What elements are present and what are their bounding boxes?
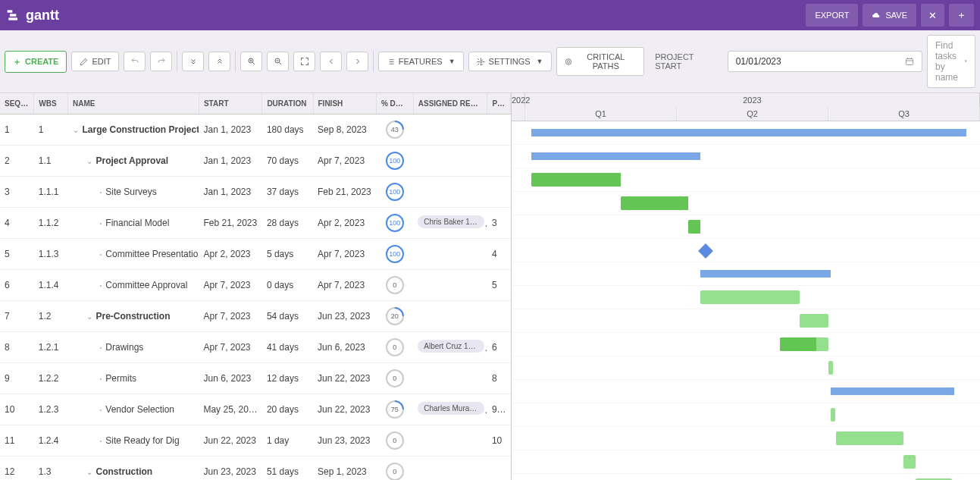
progress-badge: 43 — [386, 121, 404, 139]
cell-name[interactable]: ⌄Construction — [68, 456, 199, 481]
gantt-bar[interactable] — [836, 431, 903, 445]
undo-button[interactable] — [124, 52, 146, 71]
gantt-bar[interactable] — [828, 361, 833, 375]
features-dropdown[interactable]: FEATURES▼ — [378, 52, 464, 71]
gantt-bar[interactable] — [780, 337, 828, 351]
gantt-row — [512, 286, 980, 309]
cell-assigned — [413, 363, 487, 394]
gantt-bar[interactable] — [531, 152, 700, 160]
bullet-icon: • — [100, 375, 102, 382]
cell-finish: Jun 6, 2023 — [313, 332, 376, 363]
gantt-bar[interactable] — [621, 196, 688, 210]
critical-paths-button[interactable]: CRITICAL PATHS — [556, 47, 645, 76]
next-button[interactable] — [346, 52, 368, 71]
cell-name[interactable]: •Site Surveys — [68, 177, 199, 208]
cell-name[interactable]: •Committee Presentation — [68, 239, 199, 270]
table-row[interactable]: 31.1.1•Site SurveysJan 1, 202337 daysFeb… — [0, 177, 511, 208]
gantt-timeline[interactable]: 2022 2023 Q1 Q2 Q3 — [512, 93, 980, 480]
export-button[interactable]: EXPORT — [806, 4, 858, 27]
chevron-down-icon[interactable]: ⌄ — [86, 468, 92, 476]
add-button[interactable]: ＋ — [949, 4, 974, 27]
expand-all-button[interactable] — [182, 52, 204, 71]
table-row[interactable]: 91.2.2•PermitsJun 6, 202312 daysJun 22, … — [0, 363, 511, 394]
collapse-all-button[interactable] — [208, 52, 230, 71]
chevron-left-icon — [327, 57, 336, 66]
settings-label: SETTINGS — [489, 57, 531, 66]
gantt-bar[interactable] — [831, 387, 954, 395]
zoom-in-button[interactable] — [240, 52, 262, 71]
col-header-name[interactable]: NAME — [68, 93, 199, 115]
cell-name[interactable]: ⌄Pre-Construction — [68, 301, 199, 332]
project-start-input[interactable]: 01/01/2023 — [728, 51, 922, 72]
prev-button[interactable] — [320, 52, 342, 71]
cell-done: 20 — [376, 301, 413, 332]
task-table: SEQU... WBS NAME START DURATION FINISH %… — [0, 93, 511, 480]
table-row[interactable]: 11⌄Large Construction ProjectJan 1, 2023… — [0, 115, 511, 146]
cell-name[interactable]: •Committee Approval — [68, 270, 199, 301]
col-header-start[interactable]: START — [199, 93, 261, 115]
table-row[interactable]: 121.3⌄ConstructionJun 23, 202351 daysSep… — [0, 456, 511, 481]
col-header-finish[interactable]: FINISH — [313, 93, 376, 115]
col-header-done[interactable]: % DONE — [376, 93, 413, 115]
table-row[interactable]: 21.1⌄Project ApprovalJan 1, 202370 daysA… — [0, 146, 511, 177]
cell-done: 0 — [376, 425, 413, 456]
gantt-bar[interactable] — [800, 314, 828, 328]
col-header-duration[interactable]: DURATION — [262, 93, 313, 115]
task-name: Financial Model — [105, 218, 169, 228]
col-header-assigned[interactable]: ASSIGNED RESOUR... — [413, 93, 487, 115]
redo-button[interactable] — [150, 52, 172, 71]
col-header-pred[interactable]: PRE... — [487, 93, 511, 115]
cell-done: 0 — [376, 270, 413, 301]
cell-name[interactable]: •Site Ready for Dig — [68, 425, 199, 456]
create-button[interactable]: ＋CREATE — [5, 51, 67, 73]
task-name: Permits — [105, 373, 136, 384]
table-row[interactable]: 111.2.4•Site Ready for DigJun 22, 20231 … — [0, 425, 511, 456]
task-name: Committee Presentation — [105, 249, 199, 259]
gantt-bar[interactable] — [531, 173, 621, 187]
table-row[interactable]: 101.2.3•Vendor SelectionMay 25, 202320 d… — [0, 394, 511, 425]
chevron-down-icon[interactable]: ⌄ — [86, 157, 92, 165]
gantt-bar[interactable] — [831, 408, 835, 422]
cell-name[interactable]: •Permits — [68, 363, 199, 394]
cell-name[interactable]: ⌄Project Approval — [68, 146, 199, 177]
table-row[interactable]: 61.1.4•Committee ApprovalApr 7, 20230 da… — [0, 270, 511, 301]
cell-seq: 9 — [0, 363, 34, 394]
gantt-bar[interactable] — [700, 270, 831, 278]
cell-start: Jan 1, 2023 — [199, 146, 261, 177]
gantt-row — [512, 239, 980, 262]
cell-done: 100 — [376, 177, 413, 208]
cell-name[interactable]: •Financial Model — [68, 208, 199, 239]
app-logo: gantt — [6, 8, 59, 24]
col-header-seq[interactable]: SEQU... — [0, 93, 34, 115]
gantt-bar[interactable] — [688, 220, 700, 234]
cell-finish: Sep 1, 2023 — [313, 456, 376, 481]
progress-fill — [531, 173, 621, 187]
milestone-diamond[interactable] — [698, 243, 713, 259]
gantt-bar[interactable] — [700, 290, 800, 304]
cell-name[interactable]: ⌄Large Construction Project — [68, 115, 199, 146]
cell-done: 0 — [376, 363, 413, 394]
col-header-wbs[interactable]: WBS — [34, 93, 68, 115]
chevron-down-icon[interactable]: ⌄ — [86, 312, 92, 321]
search-input[interactable]: Find tasks by name — [927, 35, 975, 88]
cell-name[interactable]: •Drawings — [68, 332, 199, 363]
svg-point-7 — [567, 60, 569, 62]
zoom-fit-button[interactable] — [293, 52, 315, 71]
cell-duration: 54 days — [262, 301, 313, 332]
cell-wbs: 1.2.1 — [34, 332, 68, 363]
zoom-out-button[interactable] — [267, 52, 289, 71]
gantt-bar[interactable] — [903, 455, 916, 469]
table-row[interactable]: 71.2⌄Pre-ConstructionApr 7, 202354 daysJ… — [0, 301, 511, 332]
table-row[interactable]: 51.1.3•Committee PresentationApr 2, 2023… — [0, 239, 511, 270]
gantt-bar[interactable] — [531, 129, 966, 136]
close-button[interactable]: ✕ — [921, 4, 944, 27]
cell-assigned — [413, 177, 487, 208]
cell-name[interactable]: •Vendor Selection — [68, 394, 199, 425]
save-button[interactable]: SAVE — [863, 4, 916, 27]
progress-badge: 0 — [386, 463, 404, 480]
settings-dropdown[interactable]: SETTINGS▼ — [468, 52, 552, 71]
table-row[interactable]: 41.1.2•Financial ModelFeb 21, 202328 day… — [0, 208, 511, 239]
edit-button[interactable]: EDIT — [71, 52, 119, 71]
table-row[interactable]: 81.2.1•DrawingsApr 7, 202341 daysJun 6, … — [0, 332, 511, 363]
chevron-down-icon[interactable]: ⌄ — [73, 126, 79, 134]
